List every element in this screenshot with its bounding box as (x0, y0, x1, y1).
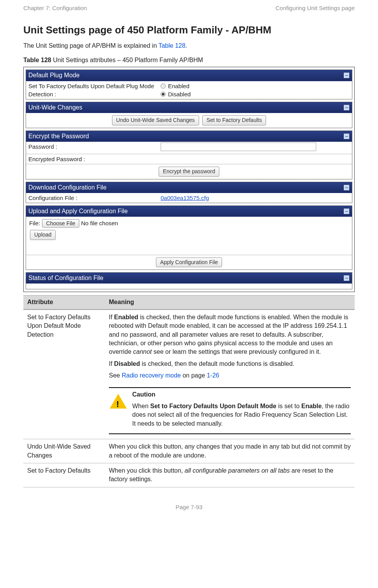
text: When (132, 403, 150, 409)
bold-text: Enable (301, 403, 322, 409)
bold-text: Disabled (114, 360, 140, 367)
intro-paragraph: The Unit Setting page of AP/BHM is expla… (23, 42, 355, 50)
meaning-cell: When you click this button, any changes … (105, 439, 355, 463)
header-right: Configuring Unit Settings page (276, 4, 355, 12)
table-row: Set to Factory Defaults When you click t… (23, 463, 355, 487)
panel-unitwide: Unit-Wide Changes − Undo Unit-Wide Saved… (26, 102, 352, 128)
radio-enabled[interactable] (161, 84, 166, 89)
radio-disabled[interactable] (161, 92, 166, 97)
panel-upload: Upload and Apply Configuration File − Fi… (26, 205, 352, 270)
panel-encrypt: Encrypt the Password − Password : Encryp… (26, 130, 352, 179)
panel-header: Upload and Apply Configuration File − (26, 206, 352, 217)
italic-text: all configurable parameters on all tabs (185, 467, 290, 474)
encrypt-password-button[interactable]: Encrypt the password (159, 167, 220, 177)
radio-enabled-label: Enabled (168, 82, 189, 90)
col-attribute: Attribute (23, 296, 105, 310)
collapse-icon[interactable]: − (343, 72, 350, 78)
col-meaning: Meaning (105, 296, 355, 310)
radio-disabled-label: Disabled (168, 90, 191, 98)
panel-status: Status of Configuration File − (26, 272, 352, 289)
text: on page (182, 372, 206, 379)
meaning-cell: If Enabled is checked, then the default … (105, 310, 355, 439)
table-caption-rest: Unit Settings attributes – 450 Platform … (51, 57, 203, 63)
panel-header: Encrypt the Password − (26, 131, 352, 142)
text: If (109, 360, 114, 367)
collapse-icon[interactable]: − (343, 184, 350, 191)
upload-button[interactable]: Upload (30, 230, 56, 240)
caution-text: Caution When Set to Factory Defaults Upo… (132, 390, 351, 431)
panel-title: Encrypt the Password (28, 132, 89, 141)
meaning-cell: When you click this button, all configur… (105, 463, 355, 487)
choose-file-button[interactable]: Choose File (42, 219, 80, 228)
panel-title: Unit-Wide Changes (28, 103, 82, 112)
panel-default-plug: Default Plug Mode − Set To Factory Defau… (26, 70, 352, 99)
radio-recovery-link[interactable]: Radio recovery mode (122, 372, 183, 379)
table-caption-bold: Table 128 (23, 57, 51, 63)
text: When you click this button, (109, 467, 185, 474)
page-title: Unit Settings page of 450 Platform Famil… (23, 23, 355, 37)
table-row: Set to Factory Defaults Upon Default Mod… (23, 310, 355, 439)
attr-cell: Set to Factory Defaults Upon Default Mod… (23, 310, 105, 439)
panel-header: Unit-Wide Changes − (26, 102, 352, 113)
file-label: File: (29, 220, 40, 226)
bold-text: Enabled (114, 314, 138, 320)
page-footer: Page 7-93 (23, 503, 355, 511)
table-header-row: Attribute Meaning (23, 296, 355, 310)
collapse-icon[interactable]: − (343, 104, 350, 111)
intro-suffix: . (186, 42, 187, 49)
panel-header: Status of Configuration File − (26, 273, 352, 284)
text: is checked, then the default mode functi… (140, 360, 294, 367)
caution-block: Caution When Set to Factory Defaults Upo… (109, 387, 351, 435)
table-row: Undo Unit-Wide Saved Changes When you cl… (23, 439, 355, 463)
page-header: Chapter 7: Configuration Configuring Uni… (23, 4, 355, 12)
panel-title: Upload and Apply Configuration File (28, 207, 128, 216)
text: is set to (276, 403, 301, 409)
ui-screenshot: Default Plug Mode − Set To Factory Defau… (23, 67, 355, 292)
text: see or learn the settings that were prev… (152, 348, 321, 355)
password-label: Password : (28, 143, 161, 153)
attr-cell: Set to Factory Defaults (23, 463, 105, 487)
collapse-icon[interactable]: − (343, 133, 350, 139)
panel-title: Status of Configuration File (28, 274, 103, 282)
panel-header: Download Configuration File − (26, 182, 352, 193)
attr-cell: Undo Unit-Wide Saved Changes (23, 439, 105, 463)
attribute-table: Attribute Meaning Set to Factory Default… (23, 295, 355, 487)
panel-header: Default Plug Mode − (26, 70, 352, 81)
italic-text: cannot (133, 348, 152, 355)
password-input[interactable] (161, 143, 316, 151)
encrypted-password-label: Encrypted Password : (28, 155, 161, 163)
panel-title: Default Plug Mode (28, 71, 80, 80)
config-file-label: Configuration File : (28, 194, 161, 202)
text: See (109, 372, 122, 379)
table-caption: Table 128 Unit Settings attributes – 450… (23, 56, 355, 64)
default-plug-label: Set To Factory Defaults Upon Default Plu… (28, 82, 161, 98)
set-factory-defaults-button[interactable]: Set to Factory Defaults (202, 115, 266, 125)
intro-prefix: The Unit Setting page of AP/BHM is expla… (23, 42, 158, 49)
page-ref-link[interactable]: 1-26 (207, 372, 219, 379)
text: If (109, 314, 114, 320)
config-file-link[interactable]: 0a003ea13575.cfg (161, 195, 209, 201)
no-file-text: No file chosen (81, 220, 118, 226)
header-left: Chapter 7: Configuration (23, 4, 87, 12)
collapse-icon[interactable]: − (343, 208, 350, 214)
caution-icon (109, 392, 128, 411)
table-ref-link[interactable]: Table 128 (158, 42, 185, 49)
caution-title: Caution (132, 391, 156, 398)
bold-text: Set to Factory Defaults Upon Default Mod… (150, 403, 276, 409)
undo-unitwide-button[interactable]: Undo Unit-Wide Saved Changes (112, 115, 199, 125)
panel-download: Download Configuration File − Configurat… (26, 182, 352, 203)
panel-title: Download Configuration File (28, 183, 107, 192)
collapse-icon[interactable]: − (343, 275, 350, 281)
apply-config-button[interactable]: Apply Configuration File (156, 257, 222, 268)
